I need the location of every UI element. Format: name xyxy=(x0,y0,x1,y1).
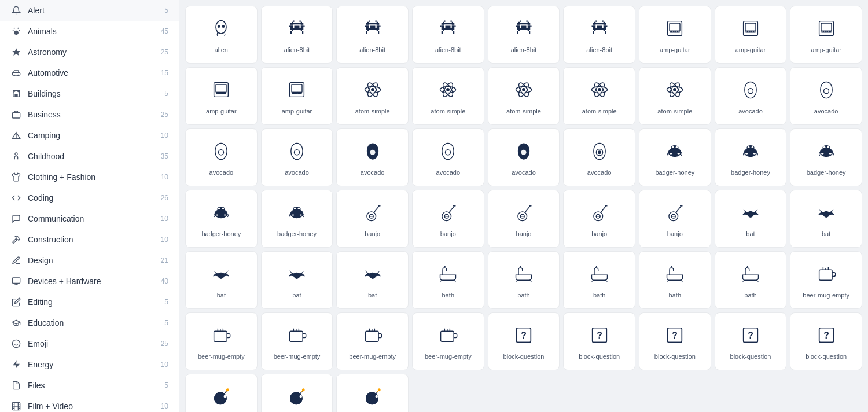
icon-card-bath[interactable]: bath xyxy=(412,251,484,309)
icon-card-atom-simple[interactable]: atom-simple xyxy=(412,67,484,125)
sidebar-item-astronomy[interactable]: Astronomy 25 xyxy=(0,42,179,62)
icon-card-block-question[interactable]: ? block-question xyxy=(488,312,560,370)
icon-card-beer-mug-empty[interactable]: beer-mug-empty xyxy=(790,251,862,309)
icon-card-amp-guitar[interactable]: amp-guitar xyxy=(639,6,711,64)
edit-icon xyxy=(10,296,22,308)
sidebar-item-emoji[interactable]: Emoji 25 xyxy=(0,333,179,354)
svg-line-240 xyxy=(605,280,607,281)
sidebar-item-editing[interactable]: Editing 5 xyxy=(0,292,179,312)
sidebar-item-design[interactable]: Design 21 xyxy=(0,250,179,271)
icon-card-bomb[interactable]: bomb xyxy=(261,374,333,412)
sidebar-item-files[interactable]: Files 5 xyxy=(0,375,179,396)
icon-card-beer-mug-empty[interactable]: beer-mug-empty xyxy=(185,312,258,370)
sidebar-item-education[interactable]: Education 5 xyxy=(0,312,179,333)
icon-card-atom-simple[interactable]: atom-simple xyxy=(563,67,635,125)
sidebar-item-business[interactable]: Business 25 xyxy=(0,104,179,125)
icon-card-beer-mug-empty[interactable]: beer-mug-empty xyxy=(412,312,484,370)
icon-card-banjo[interactable]: banjo xyxy=(488,190,560,248)
icon-card-bat[interactable]: bat xyxy=(185,251,258,309)
icon-card-avocado[interactable]: avocado xyxy=(185,128,258,186)
icon-card-banjo[interactable]: banjo xyxy=(563,190,635,248)
icon-card-badger-honey[interactable]: badger-honey xyxy=(185,190,258,248)
svg-rect-101 xyxy=(593,23,606,24)
icon-card-alien[interactable]: alien xyxy=(185,6,258,64)
icon-card-alien-8bit[interactable]: alien-8bit xyxy=(336,6,409,64)
icon-card-banjo[interactable]: banjo xyxy=(412,190,484,248)
icon-card-alien-8bit[interactable]: alien-8bit xyxy=(261,6,333,64)
icon-card-amp-guitar[interactable]: amp-guitar xyxy=(715,6,787,64)
icon-card-amp-guitar[interactable]: amp-guitar xyxy=(185,67,258,125)
icon-card-block-question[interactable]: ? block-question xyxy=(639,312,711,370)
sidebar-item-buildings[interactable]: Buildings 5 xyxy=(0,83,179,104)
car-icon xyxy=(10,67,22,79)
svg-rect-97 xyxy=(595,20,597,21)
icon-card-block-question[interactable]: ? block-question xyxy=(715,312,787,370)
icon-card-bath[interactable]: bath xyxy=(715,251,787,309)
svg-rect-32 xyxy=(301,22,302,23)
icon-card-label: amp-guitar xyxy=(735,46,766,54)
icon-card-avocado[interactable]: avocado xyxy=(336,128,409,186)
icon-card-avocado[interactable]: avocado xyxy=(412,128,484,186)
icon-image-ampguitar xyxy=(740,18,761,46)
sidebar-item-label: Emoji xyxy=(28,339,161,348)
icon-card-avocado[interactable]: avocado xyxy=(715,67,787,125)
icon-card-badger-honey[interactable]: badger-honey xyxy=(639,128,711,186)
icon-card-avocado[interactable]: avocado xyxy=(790,67,862,125)
icon-card-bomb[interactable]: bomb xyxy=(185,374,258,412)
sidebar-item-count: 5 xyxy=(164,6,168,14)
icon-card-badger-honey[interactable]: badger-honey xyxy=(261,190,333,248)
sidebar-item-animals[interactable]: Animals 45 xyxy=(0,21,179,42)
icon-card-beer-mug-empty[interactable]: beer-mug-empty xyxy=(261,312,333,370)
svg-point-28 xyxy=(222,25,225,28)
icon-card-amp-guitar[interactable]: amp-guitar xyxy=(261,67,333,125)
icon-card-bat[interactable]: bat xyxy=(336,251,409,309)
sidebar-item-energy[interactable]: Energy 10 xyxy=(0,354,179,375)
sidebar-item-coding[interactable]: Coding 26 xyxy=(0,187,179,208)
icon-card-bat[interactable]: bat xyxy=(261,251,333,309)
icon-card-atom-simple[interactable]: atom-simple xyxy=(639,67,711,125)
svg-rect-130 xyxy=(822,31,823,32)
sidebar-item-automotive[interactable]: Automotive 15 xyxy=(0,62,179,83)
sidebar-item-count: 5 xyxy=(164,298,168,306)
sidebar-item-clothing-plus-fashion[interactable]: Clothing + Fashion 10 xyxy=(0,167,179,187)
icon-card-amp-guitar[interactable]: amp-guitar xyxy=(790,6,862,64)
svg-rect-105 xyxy=(593,25,595,28)
icon-card-bat[interactable]: bat xyxy=(790,190,862,248)
icon-card-bath[interactable]: bath xyxy=(639,251,711,309)
icon-card-badger-honey[interactable]: badger-honey xyxy=(790,128,862,186)
icon-card-bomb[interactable]: bomb xyxy=(336,374,409,412)
icon-card-atom-simple[interactable]: atom-simple xyxy=(488,67,560,125)
sidebar-item-communication[interactable]: Communication 10 xyxy=(0,208,179,229)
icon-card-bath[interactable]: bath xyxy=(563,251,635,309)
icon-card-atom-simple[interactable]: atom-simple xyxy=(336,67,409,125)
icon-card-avocado[interactable]: avocado xyxy=(488,128,560,186)
icon-card-alien-8bit[interactable]: alien-8bit xyxy=(412,6,484,64)
icon-card-alien-8bit[interactable]: alien-8bit xyxy=(488,6,560,64)
icon-card-avocado[interactable]: avocado xyxy=(261,128,333,186)
icon-card-beer-mug-empty[interactable]: beer-mug-empty xyxy=(336,312,409,370)
sidebar-item-devices-plus-hardware[interactable]: Devices + Hardware 40 xyxy=(0,271,179,292)
icon-card-block-question[interactable]: ? block-question xyxy=(790,312,862,370)
icon-card-label: beer-mug-empty xyxy=(349,352,396,360)
svg-rect-134 xyxy=(829,31,830,32)
icon-card-avocado[interactable]: avocado xyxy=(563,128,635,186)
sidebar-item-childhood[interactable]: Childhood 35 xyxy=(0,146,179,167)
svg-rect-104 xyxy=(591,25,593,27)
svg-point-192 xyxy=(823,146,825,148)
icon-card-alien-8bit[interactable]: alien-8bit xyxy=(563,6,635,64)
icon-card-bat[interactable]: bat xyxy=(715,190,787,248)
sidebar-item-construction[interactable]: Construction 10 xyxy=(0,229,179,250)
sidebar-item-alert[interactable]: Alert 5 xyxy=(0,0,179,21)
icon-card-bath[interactable]: bath xyxy=(488,251,560,309)
sidebar-item-film-plus-video[interactable]: Film + Video 10 xyxy=(0,396,179,412)
icon-card-label: badger-honey xyxy=(277,230,317,238)
svg-rect-43 xyxy=(301,30,302,31)
sidebar-item-camping[interactable]: Camping 10 xyxy=(0,125,179,146)
icon-card-block-question[interactable]: ? block-question xyxy=(563,312,635,370)
icon-image-badger xyxy=(816,141,837,168)
icon-card-banjo[interactable]: banjo xyxy=(639,190,711,248)
icon-card-badger-honey[interactable]: badger-honey xyxy=(715,128,787,186)
svg-rect-99 xyxy=(594,22,595,23)
icon-image-banjo xyxy=(362,202,383,230)
icon-card-banjo[interactable]: banjo xyxy=(336,190,409,248)
